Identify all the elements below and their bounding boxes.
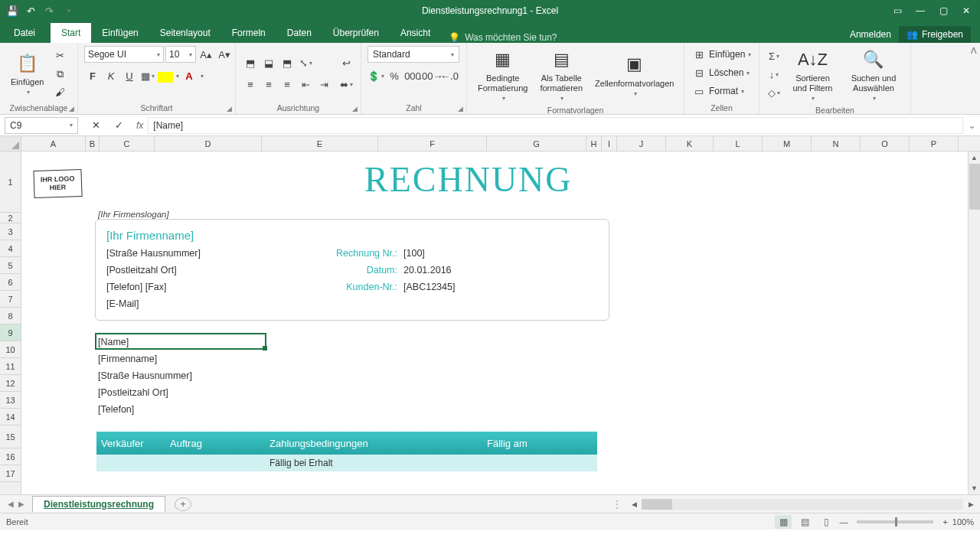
row-header[interactable]: 3 bbox=[0, 223, 21, 240]
indent-decrease-icon[interactable]: ⇤ bbox=[297, 77, 314, 93]
column-header[interactable]: E bbox=[262, 136, 378, 151]
ribbon-options-icon[interactable]: ▭ bbox=[887, 2, 908, 19]
column-header[interactable]: N bbox=[812, 136, 861, 151]
row-header[interactable]: 1 bbox=[0, 152, 21, 213]
column-header[interactable]: H bbox=[586, 136, 602, 151]
row-header[interactable]: 15 bbox=[0, 425, 21, 448]
minimize-button[interactable]: — bbox=[910, 2, 931, 19]
underline-button[interactable]: U bbox=[121, 67, 138, 84]
formula-input[interactable]: [Name] bbox=[148, 117, 963, 134]
tab-review[interactable]: Überprüfen bbox=[322, 23, 390, 43]
align-center-icon[interactable]: ≡ bbox=[260, 77, 277, 93]
row-header[interactable]: 12 bbox=[0, 375, 21, 392]
grow-font-icon[interactable]: A▴ bbox=[198, 46, 214, 63]
fx-icon[interactable]: fx bbox=[136, 120, 143, 131]
tab-layout[interactable]: Seitenlayout bbox=[149, 23, 221, 43]
dialog-launcher-icon[interactable]: ◢ bbox=[352, 105, 358, 112]
row-header[interactable]: 14 bbox=[0, 409, 21, 425]
cell-styles-button[interactable]: ▣Zellenformatvorlagen▾ bbox=[590, 51, 678, 99]
column-header[interactable]: J bbox=[617, 136, 666, 151]
format-as-table-button[interactable]: ▤Als Tabelle formatieren▾ bbox=[535, 46, 587, 104]
tell-me-search[interactable]: 💡 Was möchten Sie tun? bbox=[449, 32, 557, 43]
new-sheet-button[interactable]: + bbox=[175, 497, 191, 511]
enter-icon[interactable]: ✓ bbox=[110, 117, 127, 134]
align-bottom-icon[interactable]: ⬒ bbox=[279, 55, 296, 72]
cut-icon[interactable]: ✂ bbox=[51, 47, 68, 64]
tab-view[interactable]: Ansicht bbox=[390, 23, 441, 43]
row-header[interactable]: 10 bbox=[0, 341, 21, 358]
redo-icon[interactable]: ↷ bbox=[43, 5, 55, 17]
row-header[interactable]: 4 bbox=[0, 240, 21, 257]
font-color-button[interactable]: A bbox=[181, 67, 198, 84]
close-button[interactable]: ✕ bbox=[956, 2, 977, 19]
signin-link[interactable]: Anmelden bbox=[850, 29, 891, 40]
normal-view-icon[interactable]: ▦ bbox=[775, 515, 792, 529]
collapse-ribbon-icon[interactable]: ᐱ bbox=[971, 46, 977, 56]
sort-filter-button[interactable]: A↓ZSortieren und Filtern▾ bbox=[786, 46, 840, 104]
dialog-launcher-icon[interactable]: ◢ bbox=[458, 105, 463, 112]
select-all-button[interactable] bbox=[0, 136, 21, 151]
save-icon[interactable]: 💾 bbox=[6, 5, 18, 17]
orientation-icon[interactable]: ⤡▾ bbox=[297, 55, 314, 72]
row-header[interactable]: 8 bbox=[0, 308, 21, 324]
row-header[interactable]: 17 bbox=[0, 465, 21, 482]
column-header[interactable]: D bbox=[155, 136, 262, 151]
column-header[interactable]: G bbox=[487, 136, 586, 151]
worksheet-grid[interactable]: 1234567891011121314151617 IHR LOGOHIER R… bbox=[0, 152, 980, 494]
tab-nav-next-icon[interactable]: ▶ bbox=[18, 500, 24, 508]
percent-icon[interactable]: % bbox=[386, 67, 403, 84]
bold-button[interactable]: F bbox=[84, 67, 101, 84]
clear-icon[interactable]: ◇▾ bbox=[766, 85, 782, 102]
row-header[interactable]: 9 bbox=[0, 324, 21, 341]
scroll-down-icon[interactable]: ▼ bbox=[969, 482, 980, 494]
align-top-icon[interactable]: ⬒ bbox=[242, 55, 259, 72]
fill-icon[interactable]: ↓▾ bbox=[766, 67, 782, 83]
column-header[interactable]: L bbox=[714, 136, 763, 151]
tab-file[interactable]: Datei bbox=[3, 23, 46, 43]
wrap-text-button[interactable]: ↩ bbox=[340, 55, 353, 72]
font-name-select[interactable]: Segoe UI▾ bbox=[84, 46, 164, 63]
currency-icon[interactable]: 💲▾ bbox=[368, 67, 384, 84]
column-header[interactable]: M bbox=[763, 136, 812, 151]
name-box[interactable]: C9▾ bbox=[5, 117, 78, 134]
horizontal-scrollbar[interactable]: ⋮ ◀ ▶ bbox=[612, 498, 980, 510]
cancel-icon[interactable]: ✕ bbox=[87, 117, 104, 134]
zoom-level[interactable]: 100% bbox=[952, 517, 974, 527]
column-header[interactable]: A bbox=[21, 136, 86, 151]
expand-formula-icon[interactable]: ⌄ bbox=[963, 117, 980, 134]
font-color-dropdown[interactable]: ▾ bbox=[201, 73, 204, 80]
indent-increase-icon[interactable]: ⇥ bbox=[315, 77, 332, 93]
italic-button[interactable]: K bbox=[103, 67, 119, 84]
tab-home[interactable]: Start bbox=[51, 23, 91, 43]
scroll-right-icon[interactable]: ▶ bbox=[965, 498, 977, 510]
column-header[interactable]: C bbox=[100, 136, 155, 151]
row-header[interactable]: 2 bbox=[0, 213, 21, 223]
column-header[interactable]: B bbox=[86, 136, 100, 151]
font-size-select[interactable]: 10▾ bbox=[165, 46, 196, 63]
scroll-up-icon[interactable]: ▲ bbox=[969, 152, 980, 164]
column-header[interactable]: I bbox=[602, 136, 617, 151]
page-layout-view-icon[interactable]: ▤ bbox=[796, 515, 813, 529]
maximize-button[interactable]: ▢ bbox=[933, 2, 954, 19]
undo-icon[interactable]: ↶ bbox=[24, 5, 37, 17]
page-break-view-icon[interactable]: ▯ bbox=[818, 515, 835, 529]
sheet-tab[interactable]: Dienstleistungsrechnung bbox=[32, 496, 165, 512]
number-format-select[interactable]: Standard▾ bbox=[368, 46, 459, 63]
column-header[interactable]: P bbox=[910, 136, 959, 151]
decrease-decimal-icon[interactable]: ←.0 bbox=[441, 67, 458, 84]
share-button[interactable]: 👥 Freigeben bbox=[899, 26, 971, 43]
fill-color-button[interactable] bbox=[158, 72, 173, 83]
copy-icon[interactable]: ⧉ bbox=[51, 66, 68, 83]
tab-nav-prev-icon[interactable]: ◀ bbox=[8, 500, 14, 508]
format-cells-button[interactable]: ▭Format▾ bbox=[691, 83, 744, 99]
dialog-launcher-icon[interactable]: ◢ bbox=[69, 105, 74, 112]
conditional-format-button[interactable]: ▦Bedingte Formatierung▾ bbox=[473, 46, 532, 104]
column-header[interactable]: K bbox=[666, 136, 714, 151]
row-header[interactable]: 7 bbox=[0, 291, 21, 308]
row-header[interactable]: 6 bbox=[0, 274, 21, 291]
zoom-in-button[interactable]: + bbox=[942, 517, 947, 527]
fill-color-dropdown[interactable]: ▾ bbox=[176, 73, 179, 80]
row-header[interactable]: 5 bbox=[0, 257, 21, 274]
delete-cells-button[interactable]: ⊟Löschen▾ bbox=[691, 64, 750, 81]
column-header[interactable]: O bbox=[861, 136, 910, 151]
